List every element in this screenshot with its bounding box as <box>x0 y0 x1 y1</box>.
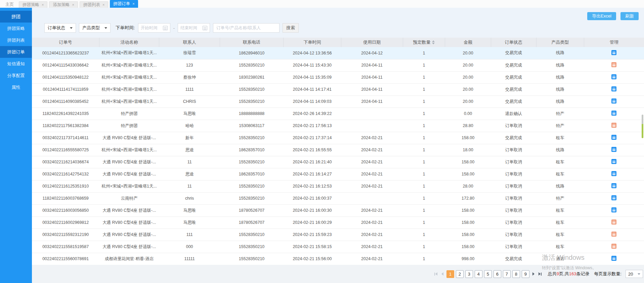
order-detail-icon[interactable] <box>611 232 616 237</box>
cell-amount: 998.00 <box>445 253 491 265</box>
cell-phone: 15528350210 <box>220 253 283 265</box>
close-icon[interactable]: × <box>42 2 44 8</box>
table-row[interactable]: 00124022116125351910杭州+宋城+西湖+雷峰塔1天...111… <box>32 180 644 192</box>
last-page-button[interactable] <box>538 272 543 276</box>
end-time-input[interactable]: 结束时间 <box>178 23 210 33</box>
cell-order-no: 00124041213365623237 <box>32 47 99 59</box>
order-detail-icon[interactable] <box>611 244 616 249</box>
page-button-5[interactable]: 5 <box>484 270 492 278</box>
table-row[interactable]: 00224022115560078691成都诗里花间堂·稻香-酒店1111115… <box>32 253 644 265</box>
order-detail-icon[interactable] <box>611 159 616 164</box>
order-detail-icon[interactable] <box>611 207 616 212</box>
order-detail-icon[interactable] <box>611 195 616 200</box>
cell-use-date: 2024-04-11 <box>341 59 403 71</box>
table-row[interactable]: 11824022116003768659云南特产chris15528350210… <box>32 192 644 204</box>
column-header-sortable[interactable]: 预定数量 <box>403 38 445 47</box>
tab-list[interactable]: 拼团列表× <box>80 1 108 8</box>
tab-orders[interactable]: 拼团订单× <box>110 0 138 8</box>
page-size-select[interactable]: 20 <box>626 270 643 278</box>
order-detail-icon[interactable] <box>611 135 616 140</box>
page-button-7[interactable]: 7 <box>503 270 511 278</box>
order-detail-icon[interactable] <box>611 50 616 55</box>
cell-manage <box>584 253 644 265</box>
order-detail-icon[interactable] <box>611 123 616 128</box>
table-row[interactable]: 00124041114174111859杭州+宋城+西湖+雷峰塔1天...111… <box>32 83 644 95</box>
order-status-select[interactable]: 订单状态 <box>44 23 76 33</box>
table-row[interactable]: 11824022614392241035特产拼团马思唯1888888888820… <box>32 108 644 120</box>
cell-order-time: 2024-02-21 16:00:30 <box>284 204 341 216</box>
keyword-search-input[interactable] <box>213 23 280 33</box>
cell-phone: 15528350210 <box>220 132 283 144</box>
refresh-button[interactable]: 刷新 <box>620 12 639 20</box>
sidebar-item-sms[interactable]: 短信通知 <box>0 58 32 70</box>
order-detail-icon[interactable] <box>611 86 616 91</box>
sidebar-item-share[interactable]: 分享配置 <box>0 70 32 81</box>
tab-add-strategy[interactable]: 添加策略× <box>49 1 78 8</box>
search-button[interactable]: 搜索 <box>283 23 299 33</box>
close-icon[interactable]: × <box>132 0 134 8</box>
tab-strategy[interactable]: 拼团策略× <box>19 1 47 8</box>
cell-amount: 20.00 <box>445 47 491 59</box>
cell-order-time: 2024-02-21 15:58:15 <box>284 241 341 253</box>
cell-phone: 15528350210 <box>220 156 283 168</box>
order-detail-icon[interactable] <box>611 74 616 79</box>
page-button-9[interactable]: 9 <box>522 270 529 278</box>
cell-order-no: 00124022116555580725 <box>32 144 99 156</box>
sort-arrows-icon[interactable] <box>432 40 435 44</box>
sidebar-item-strategy[interactable]: 拼团策略 <box>0 23 32 34</box>
order-detail-icon[interactable] <box>611 147 616 152</box>
table-row[interactable]: 11824022117561382384特产拼团哈哈15308063117202… <box>32 120 644 132</box>
next-page-icon <box>532 272 534 276</box>
export-excel-button[interactable]: 导出Excel <box>587 12 616 20</box>
table-row[interactable]: 00324022116002969812大通 RV80 C型4座 舒适版-...… <box>32 216 644 229</box>
table-row[interactable]: 00124041213365623237杭州+宋城+西湖+雷峰塔1天...徐瑞雪… <box>32 47 644 59</box>
table-row[interactable]: 00324022116214036674大通 RV80 C型4座 舒适版-...… <box>32 156 644 168</box>
cell-qty: 1 <box>403 241 445 253</box>
cell-phone: 15528350210 <box>220 83 283 95</box>
page-button-1[interactable]: 1 <box>446 270 454 278</box>
scrollbar-thumb[interactable] <box>642 115 643 138</box>
first-page-button[interactable] <box>433 272 438 276</box>
sidebar-item-attributes[interactable]: 属性 <box>0 81 32 93</box>
order-detail-icon[interactable] <box>611 171 616 176</box>
table-row[interactable]: 00124041115350948122杭州+宋城+西湖+雷峰塔1天...蔡徐坤… <box>32 71 644 83</box>
order-detail-icon[interactable] <box>611 98 616 104</box>
cell-order-no: 00324022115581519587 <box>32 241 99 253</box>
table-row[interactable]: 00124041114090385452杭州+宋城+西湖+雷峰塔1天...CHR… <box>32 95 644 108</box>
order-detail-icon[interactable] <box>611 183 616 188</box>
cell-type: 特产 <box>536 108 584 120</box>
close-icon[interactable]: × <box>72 2 74 8</box>
cell-order-no: 00324022116142754132 <box>32 168 99 180</box>
table-row[interactable]: 00324022115592312190大通 RV80 C型4座 舒适版-...… <box>32 229 644 241</box>
order-detail-icon[interactable] <box>611 219 616 225</box>
sidebar-item-list[interactable]: 拼团列表 <box>0 34 32 46</box>
order-detail-icon[interactable] <box>611 111 616 116</box>
cell-activity: 大通 RV80 C型4座 舒适版-... <box>99 229 159 241</box>
page-button-4[interactable]: 4 <box>475 270 482 278</box>
cell-manage <box>584 144 644 156</box>
close-icon[interactable]: × <box>102 2 104 8</box>
page-size-value: 20 <box>628 272 633 277</box>
cell-amount: 20.00 <box>445 95 491 108</box>
start-time-input[interactable]: 开始时间 <box>138 23 170 33</box>
order-detail-icon[interactable] <box>611 62 616 67</box>
table-row[interactable]: 00124022116555580725杭州+宋城+西湖+雷峰塔1天...思途1… <box>32 144 644 156</box>
tab-home[interactable]: 主页 <box>2 1 17 8</box>
table-row[interactable]: 00324022116003056850大通 RV80 C型4座 舒适版-...… <box>32 204 644 216</box>
prev-page-button[interactable] <box>440 272 444 276</box>
product-type-select[interactable]: 产品类型 <box>79 23 111 33</box>
cell-qty: 1 <box>403 204 445 216</box>
table-row[interactable]: 00324022117371414611大通 RV80 C型4座 舒适版-...… <box>32 132 644 144</box>
table-row[interactable]: 00124041115433036642杭州+宋城+西湖+雷峰塔1天...123… <box>32 59 644 71</box>
sidebar-item-orders[interactable]: 拼团订单 <box>0 46 32 58</box>
page-button-2[interactable]: 2 <box>456 270 464 278</box>
page-button-8[interactable]: 8 <box>512 270 520 278</box>
column-header: 联系电话 <box>220 38 283 47</box>
table-row[interactable]: 00324022116142754132大通 RV80 C型4座 舒适版-...… <box>32 168 644 180</box>
cell-type: 线路 <box>536 180 584 192</box>
page-button-3[interactable]: 3 <box>465 270 473 278</box>
next-page-button[interactable] <box>531 272 535 276</box>
page-button-6[interactable]: 6 <box>493 270 501 278</box>
order-detail-icon[interactable] <box>611 256 616 261</box>
table-row[interactable]: 00324022115581519587大通 RV80 C型4座 舒适版-...… <box>32 241 644 253</box>
